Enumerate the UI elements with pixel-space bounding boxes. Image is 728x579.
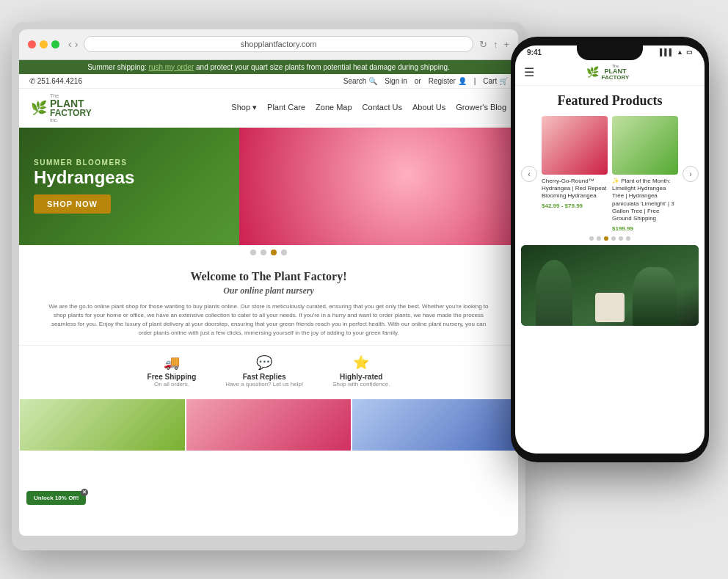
logo-factory: FACTORY bbox=[50, 109, 92, 117]
m-dot-1[interactable] bbox=[589, 236, 594, 241]
hamburger-menu[interactable]: ☰ bbox=[524, 65, 534, 79]
nav-about-us[interactable]: About Us bbox=[412, 103, 445, 112]
announcement-text: Summer shipping: rush my order and prote… bbox=[87, 63, 450, 71]
featured-products-title: Featured Products bbox=[515, 86, 705, 116]
product-price-2: $199.99 bbox=[612, 225, 678, 232]
welcome-subheading: Our online plant nursery bbox=[48, 285, 489, 296]
carousel-prev-button[interactable]: ‹ bbox=[521, 166, 537, 182]
unlock-text: Unlock 10% Off! bbox=[34, 495, 79, 501]
plant-pot bbox=[595, 293, 625, 322]
maximize-button[interactable] bbox=[51, 40, 59, 48]
product-name-1: Cherry-Go-Round™ Hydrangea | Red Repeat … bbox=[542, 178, 608, 200]
product-card-2[interactable]: ✨ Plant of the Month: Limelight Hydrange… bbox=[612, 116, 678, 232]
carousel-dot-2[interactable] bbox=[261, 250, 266, 255]
m-dot-4[interactable] bbox=[611, 236, 616, 241]
nav-links: Shop ▾ Plant Care Zone Map Contact Us Ab… bbox=[231, 103, 506, 112]
desktop-mockup: ‹ › shopplantfactory.com ↻ ↑ + Summer sh… bbox=[12, 22, 525, 550]
mobile-notch bbox=[577, 45, 643, 60]
signal-icon: ▌▌▌ bbox=[660, 48, 674, 56]
m-dot-3[interactable] bbox=[604, 236, 608, 241]
logo-text: The PLANT FACTORY Inc. bbox=[50, 93, 92, 123]
back-forward-buttons: ‹ › bbox=[68, 38, 78, 50]
welcome-section: Welcome to The Plant Factory! Our online… bbox=[19, 260, 518, 345]
shop-now-button[interactable]: SHOP NOW bbox=[34, 194, 111, 214]
main-navigation: 🌿 The PLANT FACTORY Inc. Shop ▾ Plant Ca… bbox=[19, 89, 518, 128]
hero-flowers bbox=[239, 128, 518, 245]
m-dot-2[interactable] bbox=[597, 236, 601, 241]
mobile-mockup: 9:41 ▌▌▌ ▲ ▭ ☰ 🌿 The PLANT FACTORY bbox=[511, 37, 709, 462]
mobile-header: ☰ 🌿 The PLANT FACTORY bbox=[515, 59, 705, 86]
announcement-bar: Summer shipping: rush my order and prote… bbox=[19, 60, 518, 74]
mobile-logo-wrapper: 🌿 The PLANT FACTORY bbox=[586, 64, 630, 81]
replies-title: Fast Replies bbox=[225, 373, 303, 381]
feature-shipping: 🚚 Free Shipping On all orders. bbox=[148, 354, 197, 387]
mobile-product-carousel: ‹ Cherry-Go-Round™ Hydrangea | Red Repea… bbox=[515, 116, 705, 232]
mobile-content: Featured Products ‹ Cherry-Go-Round™ Hyd… bbox=[515, 86, 705, 454]
feature-replies: 💬 Fast Replies Have a question? Let us h… bbox=[225, 354, 303, 387]
m-dot-6[interactable] bbox=[626, 236, 630, 241]
refresh-icon[interactable]: ↻ bbox=[479, 39, 487, 50]
product-cards: Cherry-Go-Round™ Hydrangea | Red Repeat … bbox=[542, 116, 678, 232]
image-strip bbox=[19, 399, 518, 451]
mobile-time: 9:41 bbox=[527, 48, 542, 57]
address-bar[interactable]: shopplantfactory.com bbox=[84, 36, 473, 52]
replies-icon: 💬 bbox=[225, 354, 303, 371]
unlock-close-button[interactable]: ✕ bbox=[81, 489, 88, 496]
shipping-icon: 🚚 bbox=[148, 354, 197, 371]
shipping-sub: On all orders. bbox=[148, 381, 197, 387]
cart-link[interactable]: Cart 🛒 bbox=[483, 77, 508, 85]
close-button[interactable] bbox=[28, 40, 36, 48]
mobile-room-image bbox=[521, 245, 699, 326]
mobile-logo-text: The PLANT FACTORY bbox=[602, 64, 630, 81]
strip-image-1 bbox=[20, 399, 185, 451]
features-section: 🚚 Free Shipping On all orders. 💬 Fast Re… bbox=[19, 345, 518, 396]
nav-contact-us[interactable]: Contact Us bbox=[363, 103, 402, 112]
nav-zone-map[interactable]: Zone Map bbox=[316, 103, 352, 112]
register-link[interactable]: Register 👤 bbox=[429, 77, 467, 85]
forward-button[interactable]: › bbox=[75, 38, 79, 50]
battery-icon: ▭ bbox=[686, 48, 693, 56]
rated-icon: ⭐ bbox=[332, 354, 390, 371]
welcome-heading: Welcome to The Plant Factory! bbox=[48, 270, 489, 283]
browser-actions: ↻ ↑ + bbox=[479, 39, 509, 50]
rated-title: Highly-rated bbox=[332, 373, 390, 381]
browser-chrome: ‹ › shopplantfactory.com ↻ ↑ + bbox=[19, 29, 518, 60]
carousel-next-button[interactable]: › bbox=[682, 166, 699, 182]
separator: | bbox=[474, 77, 476, 85]
scene: ‹ › shopplantfactory.com ↻ ↑ + Summer sh… bbox=[4, 7, 724, 572]
unlock-badge[interactable]: Unlock 10% Off! ✕ bbox=[26, 491, 86, 505]
carousel-dot-1[interactable] bbox=[250, 250, 256, 255]
rush-order-link[interactable]: rush my order bbox=[149, 63, 194, 71]
utility-bar: ✆ 251.644.4216 Search 🔍 Sign in or Regis… bbox=[19, 74, 518, 89]
hero-tag: SUMMER BLOOMERS bbox=[34, 159, 181, 167]
flower-circle-2 bbox=[335, 134, 423, 185]
logo-plant: PLANT bbox=[50, 98, 92, 109]
replies-sub: Have a question? Let us help! bbox=[225, 381, 303, 387]
hero-title: Hydrangeas bbox=[34, 168, 181, 187]
plant-shape-2 bbox=[633, 267, 677, 326]
carousel-dot-3[interactable] bbox=[271, 250, 277, 255]
share-icon[interactable]: ↑ bbox=[493, 39, 498, 50]
nav-shop[interactable]: Shop ▾ bbox=[231, 103, 257, 112]
strip-image-3 bbox=[352, 399, 517, 451]
back-button[interactable]: ‹ bbox=[68, 38, 72, 50]
util-right: Search 🔍 Sign in or Register 👤 | Cart 🛒 bbox=[343, 77, 508, 85]
search-link[interactable]: Search 🔍 bbox=[343, 77, 377, 85]
nav-growers-blog[interactable]: Grower's Blog bbox=[456, 103, 506, 112]
m-dot-5[interactable] bbox=[619, 236, 623, 241]
nav-plant-care[interactable]: Plant Care bbox=[267, 103, 305, 112]
product-name-2: ✨ Plant of the Month: Limelight Hydrange… bbox=[612, 178, 678, 223]
product-price-1: $42.99 - $79.99 bbox=[542, 203, 608, 209]
minimize-button[interactable] bbox=[40, 40, 48, 48]
feature-rated: ⭐ Highly-rated Shop with confidence. bbox=[332, 354, 390, 387]
room-plants-visual bbox=[521, 245, 699, 326]
product-card-1[interactable]: Cherry-Go-Round™ Hydrangea | Red Repeat … bbox=[542, 116, 608, 232]
add-tab-icon[interactable]: + bbox=[503, 39, 509, 50]
hero-content: SUMMER BLOOMERS Hydrangeas SHOP NOW bbox=[34, 159, 181, 214]
product-image-2 bbox=[612, 116, 678, 175]
carousel-dot-4[interactable] bbox=[281, 250, 287, 255]
logo[interactable]: 🌿 The PLANT FACTORY Inc. bbox=[31, 93, 92, 123]
sign-in-link[interactable]: Sign in bbox=[385, 77, 407, 85]
mobile-screen: 9:41 ▌▌▌ ▲ ▭ ☰ 🌿 The PLANT FACTORY bbox=[515, 45, 705, 454]
mobile-status-right: ▌▌▌ ▲ ▭ bbox=[660, 48, 693, 56]
